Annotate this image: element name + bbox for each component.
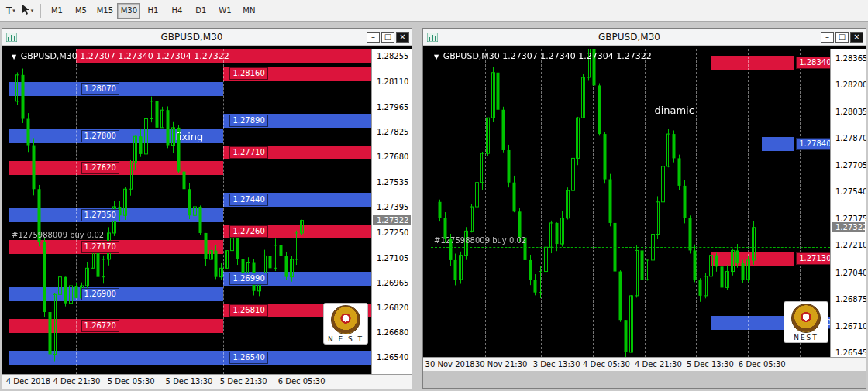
header-symbol: GBPUSD,M30 xyxy=(21,51,78,61)
cursor-tool-button[interactable]: ▾ xyxy=(19,2,37,19)
timeframe-M30[interactable]: M30 xyxy=(117,3,140,19)
chart-body: ▼ GBPUSD,M30 1.27307 1.27340 1.27304 1.2… xyxy=(423,46,866,388)
time-tick: 5 Dec 13:30 xyxy=(166,377,213,386)
close-button[interactable]: × xyxy=(396,32,409,43)
window-controls: – □ × xyxy=(367,32,409,43)
toolbar-separator xyxy=(40,4,41,18)
window-controls: – □ × xyxy=(821,32,863,43)
timeframe-M1[interactable]: M1 xyxy=(45,3,68,19)
price-tick: 1.27250 xyxy=(377,228,408,237)
header-ohlc: 1.27307 1.27340 1.27304 1.27322 xyxy=(80,51,229,61)
price-tick: 1.26710 xyxy=(835,322,866,331)
level-label: 1.26990 xyxy=(229,273,267,285)
order-line xyxy=(9,242,371,242)
timeframe-MN[interactable]: MN xyxy=(237,3,260,19)
timeframe-M5[interactable]: M5 xyxy=(69,3,92,19)
time-tick: 30 Nov 2018 xyxy=(425,360,475,369)
time-tick: 4 Dec 2018 xyxy=(6,377,51,386)
time-tick: 5 Dec 05:30 xyxy=(108,377,155,386)
header-ohlc: 1.27307 1.27340 1.27304 1.27322 xyxy=(502,51,651,61)
time-tick: 30 Nov 21:30 xyxy=(475,360,527,369)
nest-logo-text: NEST xyxy=(784,334,828,341)
candlestick-series xyxy=(9,49,371,374)
restore-button[interactable]: □ xyxy=(381,32,394,43)
symbol-dropdown-icon[interactable]: ▼ xyxy=(434,53,439,60)
nest-logo: N E S T xyxy=(323,303,368,345)
level-label: 1.27710 xyxy=(229,146,267,159)
time-tick: 6 Dec 05:30 xyxy=(278,377,326,386)
restore-button[interactable]: □ xyxy=(835,32,849,43)
level-label: 1.27130 xyxy=(796,252,830,265)
time-axis[interactable]: 4 Dec 20184 Dec 21:305 Dec 05:305 Dec 13… xyxy=(2,374,412,389)
level-label: 1.26900 xyxy=(81,288,119,300)
level-label: 1.27620 xyxy=(81,162,119,174)
mode-label: dinamic xyxy=(654,105,694,116)
current-price-line xyxy=(9,221,371,221)
chart-plot-area[interactable]: ▼ GBPUSD,M30 1.27307 1.27340 1.27304 1.2… xyxy=(9,49,371,374)
price-tick: 1.27680 xyxy=(377,153,408,161)
price-tick: 1.27705 xyxy=(835,161,866,170)
text-tool-button[interactable]: T ▾ xyxy=(3,2,19,19)
cursor-icon xyxy=(22,5,30,17)
timeframe-D1[interactable]: D1 xyxy=(189,3,212,19)
price-tick: 1.27040 xyxy=(835,269,866,277)
timeframe-H1[interactable]: H1 xyxy=(141,3,164,19)
nest-emblem-icon xyxy=(791,304,821,333)
candlestick-series xyxy=(431,49,830,357)
application-screen: T ▾ ▾ M1M5M15M30H1H4D1W1MN GBPUSD,M30 – … xyxy=(0,0,868,391)
level-label: 1.27260 xyxy=(229,225,267,238)
level-label: 1.28070 xyxy=(81,83,119,95)
time-tick: 4 Dec 21:30 xyxy=(53,377,101,386)
time-tick: 3 Dec 13:30 xyxy=(533,360,580,369)
chevron-down-icon: ▾ xyxy=(12,8,16,14)
price-tick: 1.27105 xyxy=(377,254,408,262)
level-label: 1.27350 xyxy=(81,209,119,221)
chart-window-left: GBPUSD,M30 – □ × ▼ GBPUSD,M30 1.27307 1.… xyxy=(2,28,412,389)
level-label: 1.28340 xyxy=(796,57,830,69)
price-axis[interactable]: 1.282551.281101.279651.278251.276801.275… xyxy=(371,49,412,374)
timeframe-M15[interactable]: M15 xyxy=(93,3,116,19)
timeframe-W1[interactable]: W1 xyxy=(213,3,236,19)
price-tick: 1.27825 xyxy=(377,128,408,136)
timeframe-toolbar: T ▾ ▾ M1M5M15M30H1H4D1W1MN xyxy=(0,0,868,22)
price-tick: 1.27535 xyxy=(377,178,408,187)
symbol-dropdown-icon[interactable]: ▼ xyxy=(12,53,16,60)
price-axis[interactable]: 1.283651.282001.280351.278701.277051.275… xyxy=(830,49,866,357)
level-label: 1.27890 xyxy=(229,115,267,127)
minimize-button[interactable]: – xyxy=(367,32,380,43)
price-tick: 1.27870 xyxy=(835,134,866,142)
timeframe-H4[interactable]: H4 xyxy=(165,3,188,19)
nest-logo: NEST xyxy=(784,301,828,343)
price-tick: 1.26540 xyxy=(377,353,408,362)
level-label: 1.26810 xyxy=(229,304,267,317)
price-tick: 1.26820 xyxy=(377,304,408,312)
level-label: 1.27800 xyxy=(81,130,119,142)
minimize-button[interactable]: – xyxy=(821,32,834,43)
current-price-line xyxy=(431,228,830,228)
time-tick: 5 Dec 13:30 xyxy=(687,360,734,369)
time-axis[interactable]: 30 Nov 201830 Nov 21:303 Dec 13:304 Dec … xyxy=(423,357,866,371)
chart-window-icon xyxy=(427,33,438,42)
price-tick: 1.27210 xyxy=(835,241,866,249)
level-label: 1.26540 xyxy=(229,352,267,364)
chart-ohlc-header: ▼ GBPUSD,M30 1.27307 1.27340 1.27304 1.2… xyxy=(434,51,652,61)
level-label: 1.27440 xyxy=(229,194,267,206)
mode-label: fixing xyxy=(175,131,203,142)
price-tick: 1.28200 xyxy=(835,81,866,89)
chart-body: ▼ GBPUSD,M30 1.27307 1.27340 1.27304 1.2… xyxy=(2,46,412,388)
chart-plot-area[interactable]: ▼ GBPUSD,M30 1.27307 1.27340 1.27304 1.2… xyxy=(431,49,830,357)
window-filler xyxy=(423,371,866,388)
time-tick: 4 Dec 21:30 xyxy=(635,360,682,369)
chevron-down-icon: ▾ xyxy=(31,8,34,14)
current-price-badge: 1.27322 xyxy=(832,222,865,232)
window-title: GBPUSD,M30 xyxy=(17,32,367,43)
price-tick: 1.28255 xyxy=(377,52,408,60)
close-button[interactable]: × xyxy=(850,32,863,43)
window-titlebar[interactable]: GBPUSD,M30 – □ × xyxy=(423,29,866,46)
window-titlebar[interactable]: GBPUSD,M30 – □ × xyxy=(2,29,412,46)
time-tick: 5 Dec 21:30 xyxy=(220,377,267,386)
level-label: 1.28160 xyxy=(229,67,267,80)
level-label: 1.27840 xyxy=(796,138,830,150)
price-tick: 1.27395 xyxy=(377,203,408,211)
timeframe-bar: M1M5M15M30H1H4D1W1MN xyxy=(45,3,260,19)
